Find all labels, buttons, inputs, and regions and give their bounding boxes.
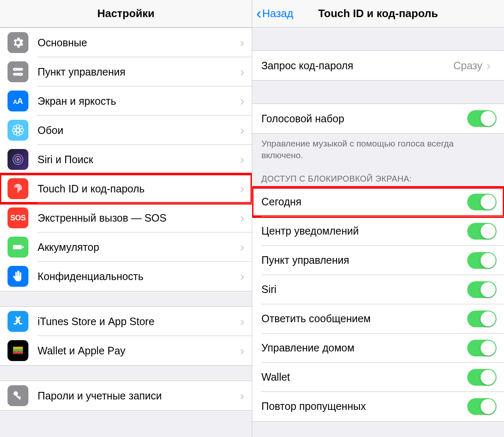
settings-row-label: Конфиденциальность <box>38 263 240 290</box>
settings-row-sos[interactable]: SOSЭкстренный вызов — SOS› <box>0 203 252 232</box>
voice-dial-switch[interactable] <box>467 110 496 127</box>
aa-icon: AA <box>8 91 28 111</box>
lock-switch-home[interactable] <box>467 340 496 356</box>
lock-switch-wallet[interactable] <box>467 369 496 386</box>
svg-rect-17 <box>23 246 24 248</box>
group-require-passcode: Запрос код-пароля Сразу › <box>252 51 504 81</box>
fingerprint-icon <box>8 178 28 199</box>
settings-row-label: Экстренный вызов — SOS <box>38 205 240 232</box>
settings-row-label: Аккумулятор <box>38 234 240 261</box>
settings-row-privacy[interactable]: Конфиденциальность› <box>0 262 252 291</box>
svg-point-3 <box>20 73 22 76</box>
lock-row-label: Ответить сообщением <box>261 305 467 332</box>
lock-switch-return-missed[interactable] <box>467 398 496 415</box>
settings-pane: Настройки Основные›Пункт управления›AAЭк… <box>0 0 252 437</box>
touchid-navbar: ‹ Назад Touch ID и код-пароль <box>252 0 504 28</box>
settings-group: iTunes Store и App Store›Wallet и Apple … <box>0 306 252 366</box>
lock-switch-cc[interactable] <box>467 252 496 269</box>
lock-row-wallet[interactable]: Wallet <box>252 363 504 392</box>
settings-row-label: Touch ID и код-пароль <box>38 175 240 202</box>
wallet-icon <box>8 340 28 361</box>
settings-navbar: Настройки <box>0 0 252 28</box>
chevron-right-icon: › <box>240 240 244 254</box>
lock-switch-reply[interactable] <box>467 311 496 327</box>
settings-row-label: Пароли и учетные записи <box>38 382 240 409</box>
lock-row-label: Центр уведомлений <box>261 217 467 245</box>
chevron-right-icon: › <box>240 344 244 358</box>
svg-rect-23 <box>13 351 23 353</box>
lock-row-label: Siri <box>261 276 467 303</box>
settings-row-wallet[interactable]: Wallet и Apple Pay› <box>0 336 252 365</box>
settings-row-label: Основные <box>38 29 240 56</box>
settings-group: Основные›Пункт управления›AAЭкран и ярко… <box>0 28 252 291</box>
back-button[interactable]: ‹ Назад <box>256 6 294 21</box>
svg-point-15 <box>17 158 20 161</box>
lock-row-label: Повтор пропущенных <box>261 393 467 420</box>
chevron-right-icon: › <box>240 314 244 328</box>
group-lock-access: СегодняЦентр уведомленийПункт управления… <box>252 187 504 422</box>
group-voice-dial: Голосовой набор <box>252 104 504 134</box>
settings-row-battery[interactable]: Аккумулятор› <box>0 232 252 262</box>
sos-icon: SOS <box>8 207 28 228</box>
chevron-right-icon: › <box>240 389 244 403</box>
svg-rect-22 <box>13 349 23 351</box>
lock-row-label: Wallet <box>261 364 467 391</box>
svg-rect-19 <box>19 323 23 324</box>
svg-rect-16 <box>13 245 22 250</box>
chevron-left-icon: ‹ <box>256 6 261 21</box>
lock-row-notif[interactable]: Центр уведомлений <box>252 217 504 246</box>
lock-row-return-missed[interactable]: Повтор пропущенных <box>252 392 504 421</box>
voice-dial-footer: Управление музыкой с помощью голоса всег… <box>252 134 504 164</box>
chevron-right-icon: › <box>240 152 244 167</box>
touchid-title: Touch ID и код-пароль <box>318 7 438 20</box>
lock-switch-today[interactable] <box>467 194 496 210</box>
chevron-right-icon: › <box>240 182 244 196</box>
chevron-right-icon: › <box>240 94 244 108</box>
settings-content[interactable]: Основные›Пункт управления›AAЭкран и ярко… <box>0 28 252 437</box>
settings-row-general[interactable]: Основные› <box>0 28 252 57</box>
voice-dial-label: Голосовой набор <box>261 105 467 132</box>
settings-row-label: Wallet и Apple Pay <box>38 337 240 364</box>
touchid-content[interactable]: Запрос код-пароля Сразу › Голосовой набо… <box>252 28 504 437</box>
settings-row-label: Siri и Поиск <box>38 146 240 173</box>
lock-row-today[interactable]: Сегодня <box>252 187 504 217</box>
chevron-right-icon: › <box>240 35 244 50</box>
lock-row-siri[interactable]: Siri <box>252 275 504 304</box>
gear-icon <box>8 32 28 53</box>
lock-switch-notif[interactable] <box>467 223 496 240</box>
appstore-icon <box>8 311 28 332</box>
row-voice-dial[interactable]: Голосовой набор <box>252 104 504 133</box>
hand-icon <box>8 266 28 287</box>
settings-row-touchid[interactable]: Touch ID и код-пароль› <box>0 174 252 203</box>
lock-switch-siri[interactable] <box>467 281 496 298</box>
svg-rect-21 <box>13 347 23 349</box>
svg-point-4 <box>16 129 20 132</box>
svg-rect-18 <box>13 323 17 324</box>
svg-point-1 <box>14 68 16 71</box>
lock-row-reply[interactable]: Ответить сообщением <box>252 304 504 333</box>
lock-access-header: ДОСТУП С БЛОКИРОВКОЙ ЭКРАНА: <box>252 164 504 187</box>
settings-row-siri[interactable]: Siri и Поиск› <box>0 145 252 174</box>
battery-icon <box>8 237 28 258</box>
chevron-right-icon: › <box>240 211 244 225</box>
lock-row-label: Управление домом <box>261 334 467 361</box>
chevron-right-icon: › <box>240 123 244 137</box>
require-passcode-label: Запрос код-пароля <box>261 52 453 79</box>
settings-row-display[interactable]: AAЭкран и яркость› <box>0 86 252 116</box>
settings-row-itunes[interactable]: iTunes Store и App Store› <box>0 307 252 336</box>
chevron-right-icon: › <box>240 65 244 79</box>
touchid-pane: ‹ Назад Touch ID и код-пароль Запрос код… <box>252 0 504 437</box>
settings-title: Настройки <box>97 7 154 20</box>
settings-row-wallpaper[interactable]: Обои› <box>0 116 252 145</box>
settings-row-label: Пункт управления <box>38 58 240 86</box>
flower-icon <box>8 120 28 141</box>
lock-row-label: Сегодня <box>261 188 467 215</box>
back-label: Назад <box>262 7 294 20</box>
lock-row-home[interactable]: Управление домом <box>252 333 504 363</box>
lock-row-cc[interactable]: Пункт управления <box>252 246 504 275</box>
settings-row-control-center[interactable]: Пункт управления› <box>0 57 252 86</box>
row-require-passcode[interactable]: Запрос код-пароля Сразу › <box>252 51 504 80</box>
settings-row-label: iTunes Store и App Store <box>38 308 240 335</box>
settings-row-passwords[interactable]: Пароли и учетные записи› <box>0 381 252 410</box>
lock-row-label: Пункт управления <box>261 247 467 274</box>
